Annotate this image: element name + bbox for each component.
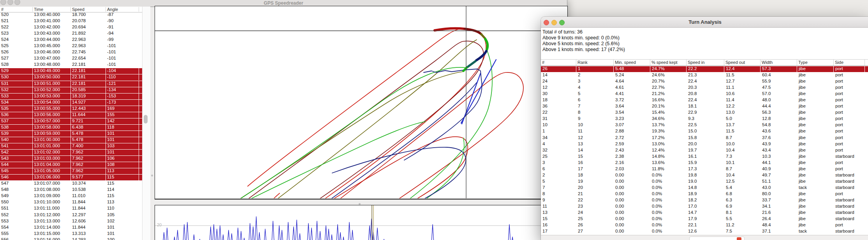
bottom-popup-button[interactable]	[689, 236, 745, 240]
table-row[interactable]: 53013:00:50.00022.181-110	[0, 74, 142, 81]
cell: 34	[541, 135, 576, 141]
table-row[interactable]: 55513:01:15.00013.313101	[0, 231, 142, 237]
cell: 542	[0, 150, 33, 155]
table-row[interactable]: 54913:01:09.00011.010115	[0, 193, 142, 199]
table-row[interactable]: 52713:00:47.00022.654-101	[0, 56, 142, 62]
table-row[interactable]: 52313:00:43.00021.892-94	[0, 31, 142, 37]
table-row[interactable]: 55213:01:12.00012.297105	[0, 212, 142, 219]
turn-row[interactable]: 7200.000.0%14.85.443.0tackstarboard	[541, 185, 868, 191]
cell: 20.694	[71, 25, 106, 30]
track-table-header[interactable]: #TimeSpeedAngle	[0, 7, 142, 12]
table-row[interactable]: 54813:01:08.00010.538114	[0, 187, 142, 193]
table-row[interactable]: 55013:01:10.00011.844113	[0, 199, 142, 206]
table-row[interactable]: 54613:01:06.0009.577115	[0, 175, 142, 181]
turn-row[interactable]: 1863.7216.6%22.411.448.0jibeport	[541, 97, 868, 104]
table-row[interactable]: 53413:00:54.00014.927-173	[0, 100, 142, 106]
table-row[interactable]: 52413:00:44.00022.963-99	[0, 37, 142, 43]
table-row[interactable]: 53913:00:59.0005.478101	[0, 131, 142, 137]
turn-row[interactable]: 3673.6420.1%18.112.244.4jibeport	[541, 104, 868, 110]
column-header-speed[interactable]: Speed	[71, 7, 106, 12]
column-header-angle[interactable]: Angle	[106, 7, 139, 12]
turn-row[interactable]: 6172.0311.8%17.38.740.9jibeport	[541, 166, 868, 173]
turn-row[interactable]: 4132.5913.0%20.010.043.9jibeport	[541, 141, 868, 148]
turn-row[interactable]: 11230.000.0%17.06.934.1jibestarboard	[541, 204, 868, 210]
cell: 3	[576, 79, 614, 85]
table-row[interactable]: 52513:00:45.00022.963-101	[0, 43, 142, 49]
table-row[interactable]: 54413:01:04.0007.962108	[0, 162, 142, 168]
table-row[interactable]: 55113:01:11.00011.844110	[0, 206, 142, 212]
cell: 13:00:45.000	[33, 43, 71, 49]
table-row[interactable]: 52613:00:46.00022.745-101	[0, 49, 142, 56]
turn-row[interactable]: 10103.0713.7%22.513.754.8jibeport	[541, 122, 868, 129]
turn-row[interactable]: 2615.4824.7%22.212.457.3jibeport	[541, 66, 868, 72]
table-row[interactable]: 54213:01:02.0007.962101	[0, 150, 142, 156]
table-row[interactable]: 55313:01:13.00012.606102	[0, 219, 142, 225]
table-row[interactable]: 54313:01:03.0007.962106	[0, 156, 142, 162]
turn-row[interactable]: 15250.000.0%17.95.526.4jibestarboard	[541, 216, 868, 222]
cell: 556	[0, 237, 33, 240]
column-header-speedkept[interactable]: % speed kept	[650, 60, 687, 65]
table-row[interactable]: 53813:00:58.0006.438118	[0, 125, 142, 131]
splitter-dot-vertical[interactable]	[151, 175, 153, 176]
turn-row[interactable]: 16260.000.0%22.111.248.4jibeport	[541, 222, 868, 229]
table-row[interactable]: 52913:00:49.00022.181-104	[0, 68, 142, 74]
turn-row[interactable]: 3193.2334.6%9.35.012.8jibeport	[541, 116, 868, 122]
table-row[interactable]: 54713:01:07.00010.374115	[0, 181, 142, 187]
turn-row[interactable]: 9220.000.0%18.26.333.7jibestarboard	[541, 198, 868, 204]
table-row[interactable]: 53713:00:57.0009.721142	[0, 118, 142, 125]
table-row[interactable]: 55613:01:16.00014.293100	[0, 237, 142, 240]
cell: 22.181	[71, 81, 106, 87]
table-row[interactable]: 52813:00:48.00022.181-101	[0, 62, 142, 68]
scrollbar-thumb[interactable]	[144, 115, 148, 124]
turn-row[interactable]: 17270.000.0%12.67.537.1tackstarboard	[541, 229, 868, 235]
cell: 15.4%	[650, 110, 687, 116]
cell: -87	[106, 12, 139, 18]
table-row[interactable]: 55413:01:14.00011.844101	[0, 225, 142, 231]
turn-row[interactable]: 2180.000.0%19.810.449.7jibestarboard	[541, 173, 868, 179]
column-header-side[interactable]: Side	[834, 60, 865, 65]
turn-table-header[interactable]: #RankMin. speed% speed keptSpeed inSpeed…	[541, 59, 868, 66]
cell: 13:01:06.000	[33, 175, 71, 180]
turn-row[interactable]: 34122.7217.2%15.88.737.6jibeport	[541, 135, 868, 141]
column-header-speedout[interactable]: Speed out	[724, 60, 761, 65]
column-header-type[interactable]: Type	[797, 60, 834, 65]
gps-track-plot[interactable]	[155, 6, 568, 199]
table-row[interactable]: 53113:00:51.00022.181-121	[0, 81, 142, 87]
turn-row[interactable]: 5190.000.0%19.012.551.1jibestarboard	[541, 179, 868, 185]
column-header-time[interactable]: Time	[33, 7, 71, 12]
table-row[interactable]: 54513:01:05.0007.962113	[0, 168, 142, 175]
track-point-table[interactable]: #TimeSpeedAngle 52013:00:40.00018.700-87…	[0, 7, 142, 240]
table-row[interactable]: 54013:01:00.0005.478101	[0, 137, 142, 143]
turn-row[interactable]: 25152.3814.8%16.17.310.3jibestarboard	[541, 154, 868, 160]
turn-row[interactable]: 2283.5415.4%22.913.056.3jibeport	[541, 110, 868, 116]
turn-row[interactable]: 3054.4121.2%20.810.657.0jibeport	[541, 91, 868, 97]
table-row[interactable]: 54113:01:01.0007.400103	[0, 143, 142, 150]
turn-row[interactable]: 32142.4312.4%19.710.443.4jibeport	[541, 148, 868, 154]
table-row[interactable]: 53313:00:53.00018.319-153	[0, 94, 142, 100]
column-header-[interactable]: #	[541, 60, 576, 65]
column-header-[interactable]: #	[0, 7, 33, 12]
table-scrollbar[interactable]	[142, 7, 150, 240]
turn-row[interactable]: 8210.000.0%18.96.880.0jibeport	[541, 191, 868, 198]
table-row[interactable]: 52213:00:42.00020.694-91	[0, 25, 142, 31]
table-row[interactable]: 53613:00:56.00011.644155	[0, 112, 142, 118]
turn-row[interactable]: 1425.2424.6%21.311.560.4jibeport	[541, 72, 868, 79]
turn-row[interactable]: 13240.000.0%14.78.121.6jibestarboard	[541, 210, 868, 216]
column-header-rank[interactable]: Rank	[576, 60, 614, 65]
turn-row[interactable]: 2434.6420.7%22.412.755.9jibeport	[541, 79, 868, 85]
table-row[interactable]: 53513:00:55.00012.443169	[0, 106, 142, 112]
turn-row[interactable]: 1244.6122.7%20.311.147.5jibeport	[541, 85, 868, 91]
cell: 16.6%	[650, 97, 687, 103]
table-row[interactable]: 53213:00:52.00020.585-134	[0, 87, 142, 94]
turn-window-titlebar[interactable]: Turn Analysis	[541, 17, 868, 28]
turn-row[interactable]: 1112.8819.3%15.011.543.6jibeport	[541, 129, 868, 135]
table-row[interactable]: 52013:00:40.00018.700-87	[0, 12, 142, 18]
table-row[interactable]: 52113:00:41.00020.078-90	[0, 18, 142, 25]
column-header-minspeed[interactable]: Min. speed	[614, 60, 650, 65]
turn-row[interactable]: 3162.1613.6%15.910.144.1jibeport	[541, 160, 868, 166]
speed-graph[interactable]: 20	[155, 205, 568, 240]
column-header-speedin[interactable]: Speed in	[687, 60, 724, 65]
summary-line: Above 5 knots min. speed: 2 (5.6%)	[542, 41, 625, 47]
cell: 25	[541, 154, 576, 160]
column-header-width[interactable]: Width	[761, 60, 797, 65]
